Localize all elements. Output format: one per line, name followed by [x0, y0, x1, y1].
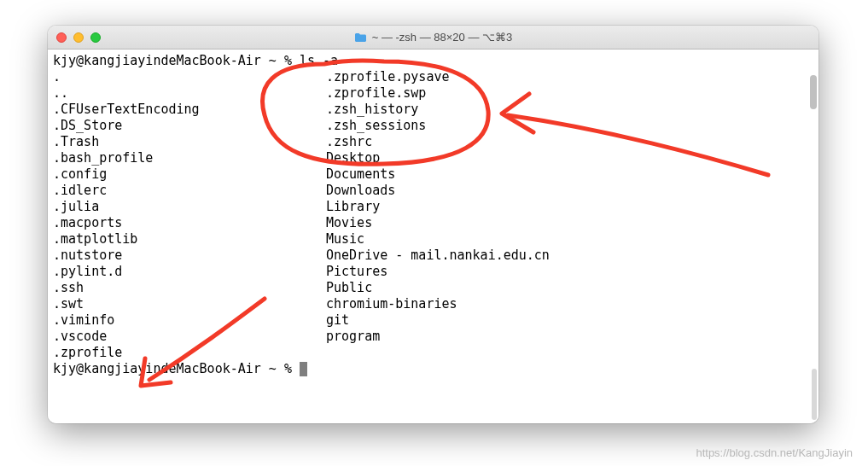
list-item: Documents	[326, 166, 813, 183]
list-item: .macports	[53, 215, 326, 231]
list-item: .julia	[53, 199, 326, 215]
list-item: .zprofile.pysave	[326, 69, 813, 85]
ls-col-2: .zprofile.pysave.zprofile.swp.zsh_histor…	[326, 69, 813, 361]
list-item: ..	[53, 85, 326, 102]
list-item: .idlerc	[53, 183, 326, 199]
list-item: .nutstore	[53, 248, 326, 264]
scrollbar-thumb[interactable]	[810, 75, 817, 109]
list-item: Movies	[326, 215, 813, 231]
ls-output: ....CFUserTextEncoding.DS_Store.Trash.ba…	[53, 69, 813, 361]
list-item: program	[326, 329, 813, 345]
list-item: .vscode	[53, 329, 326, 345]
list-item: .pylint.d	[53, 264, 326, 280]
list-item: .zshrc	[326, 134, 813, 150]
list-item: Music	[326, 231, 813, 248]
list-item: .bash_profile	[53, 150, 326, 166]
list-item: OneDrive - mail.nankai.edu.cn	[326, 248, 813, 264]
list-item: .config	[53, 166, 326, 183]
terminal-body[interactable]: kjy@kangjiayindeMacBook-Air ~ % ls -a ..…	[48, 50, 818, 423]
minimize-button[interactable]	[73, 32, 84, 43]
cursor	[300, 362, 307, 376]
list-item: .matplotlib	[53, 231, 326, 248]
list-item: .CFUserTextEncoding	[53, 102, 326, 118]
terminal-window: ~ — -zsh — 88×20 — ⌥⌘3 kjy@kangjiayindeM…	[48, 26, 818, 423]
list-item: git	[326, 312, 813, 329]
list-item: Downloads	[326, 183, 813, 199]
list-item: .zprofile.swp	[326, 85, 813, 102]
ls-col-1: ....CFUserTextEncoding.DS_Store.Trash.ba…	[53, 69, 326, 361]
window-title: ~ — -zsh — 88×20 — ⌥⌘3	[354, 31, 513, 44]
scrollbar-thumb-2[interactable]	[812, 369, 817, 420]
prompt-prefix: kjy@kangjiayindeMacBook-Air ~ %	[53, 361, 300, 376]
list-item: Pictures	[326, 264, 813, 280]
prompt-line-1: kjy@kangjiayindeMacBook-Air ~ % ls -a	[53, 53, 813, 69]
list-item: .viminfo	[53, 312, 326, 329]
list-item: Library	[326, 199, 813, 215]
titlebar[interactable]: ~ — -zsh — 88×20 — ⌥⌘3	[48, 26, 818, 50]
list-item: chromium-binaries	[326, 296, 813, 312]
list-item: Public	[326, 280, 813, 296]
maximize-button[interactable]	[90, 32, 101, 43]
window-title-text: ~ — -zsh — 88×20 — ⌥⌘3	[372, 31, 513, 44]
list-item: .zsh_history	[326, 102, 813, 118]
prompt-prefix: kjy@kangjiayindeMacBook-Air ~ %	[53, 53, 300, 68]
close-button[interactable]	[56, 32, 67, 43]
list-item: Desktop	[326, 150, 813, 166]
list-item: .swt	[53, 296, 326, 312]
list-item: .ssh	[53, 280, 326, 296]
prompt-command: ls -a	[300, 53, 338, 68]
list-item: .zprofile	[53, 345, 326, 361]
list-item: .zsh_sessions	[326, 118, 813, 134]
prompt-line-2: kjy@kangjiayindeMacBook-Air ~ %	[53, 361, 813, 377]
folder-icon	[354, 32, 367, 43]
list-item: .Trash	[53, 134, 326, 150]
watermark: https://blog.csdn.net/KangJiayin	[696, 446, 853, 459]
list-item: .	[53, 69, 326, 85]
list-item: .DS_Store	[53, 118, 326, 134]
traffic-lights	[56, 32, 101, 43]
